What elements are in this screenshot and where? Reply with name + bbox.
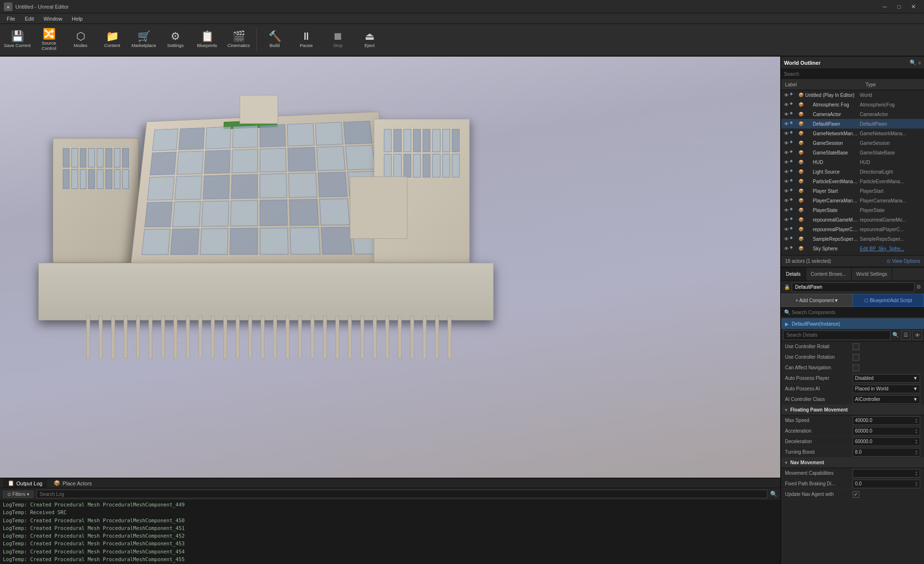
decrement-icon[interactable]: ▼ xyxy=(915,431,918,434)
floating-pawn-movement-section[interactable]: ▼ Floating Pawn Movement xyxy=(781,405,924,415)
visibility-icon[interactable]: 👁 xyxy=(783,101,790,108)
menu-item-edit[interactable]: Edit xyxy=(20,15,39,23)
details-tab-content-brows...[interactable]: Content Brows... xyxy=(806,268,852,281)
outliner-row[interactable]: 👁 ◆ 📦 Player Start PlayerStart xyxy=(781,186,924,196)
source-control-button[interactable]: 🔀Source Control xyxy=(34,25,64,55)
actor-name-field[interactable] xyxy=(792,282,914,292)
property-row: Use Controller Rotation xyxy=(781,352,924,363)
outliner-row[interactable]: 👁 ◆ 📦 CameraActor CameraActor xyxy=(781,109,924,119)
filters-button[interactable]: ⊙ Filters ▾ xyxy=(3,491,34,498)
details-tab-world-settings[interactable]: World Settings xyxy=(852,268,893,281)
tab-place-actors[interactable]: 📦 Place Actors xyxy=(49,479,96,488)
menu-item-window[interactable]: Window xyxy=(39,15,67,23)
number-field[interactable]: 60000.0 ▲ ▼ xyxy=(853,427,920,435)
outliner-row[interactable]: 👁 ◆ 📦 DefaultPawn DefaultPawn xyxy=(781,119,924,129)
prop-checkbox[interactable] xyxy=(853,354,859,361)
eject-button[interactable]: ⏏Eject xyxy=(354,25,385,55)
prop-checkbox[interactable] xyxy=(853,364,859,371)
visibility-icon[interactable]: 👁 xyxy=(783,245,790,252)
actor-type: PlayerCameraMana... xyxy=(860,198,922,203)
details-eye-button[interactable]: 👁 xyxy=(912,330,922,340)
blueprint-add-script-button[interactable]: ⬡ Blueprint/Add Script xyxy=(853,294,924,307)
component-instance-item[interactable]: ▶ DefaultPawn(Instance) xyxy=(781,318,924,329)
visibility-icon[interactable]: 👁 xyxy=(783,111,790,118)
outliner-row[interactable]: 👁 ◆ 📦 Sky Sphere Edit BP_Sky_Sphe... xyxy=(781,244,924,253)
number-field[interactable]: 60000.0 ▲ ▼ xyxy=(853,437,920,446)
visibility-icon[interactable]: 👁 xyxy=(783,168,790,175)
pause-button[interactable]: ⏸Pause xyxy=(291,25,322,55)
visibility-icon[interactable]: 👁 xyxy=(783,188,790,194)
outliner-row[interactable]: 👁 ◆ 📦 PlayerCameraManager PlayerCameraMa… xyxy=(781,196,924,205)
prop-checkbox[interactable]: ✓ xyxy=(853,491,859,498)
visibility-icon[interactable]: 👁 xyxy=(783,197,790,204)
outliner-row[interactable]: 👁 ◆ 📦 PlayerState PlayerState xyxy=(781,205,924,215)
prop-dropdown[interactable]: Disabled▼ xyxy=(853,374,920,383)
number-field[interactable]: ▲▼ xyxy=(853,469,920,478)
tab-output-log[interactable]: 📋 Output Log xyxy=(3,479,47,488)
outliner-settings-icon[interactable]: ≡ xyxy=(918,60,921,66)
add-component-button[interactable]: + Add Component▼ xyxy=(781,294,853,307)
actor-type: DefaultPawn xyxy=(860,121,922,127)
prop-dropdown[interactable]: AIController▼ xyxy=(853,395,920,404)
outliner-row[interactable]: 👁 ◆ 📦 ParticleEventManager ParticleEvent… xyxy=(781,176,924,186)
outliner-row[interactable]: 👁 ◆ 📦 GameSession GameSession xyxy=(781,138,924,148)
minimize-button[interactable]: ─ xyxy=(878,1,891,12)
save-current-button[interactable]: 💾Save Current xyxy=(2,25,33,55)
visibility-icon[interactable]: 👁 xyxy=(783,130,790,137)
cinematics-button[interactable]: 🎬Cinematics xyxy=(223,25,254,55)
outliner-row[interactable]: 👁 ◆ 📦 HUD HUD xyxy=(781,157,924,167)
log-search-input[interactable] xyxy=(36,490,767,498)
view-options-outliner-button[interactable]: ⊙ View Options xyxy=(887,258,920,264)
content-icon: 📁 xyxy=(106,31,119,42)
prop-dropdown[interactable]: Placed in World▼ xyxy=(853,385,920,393)
content-button[interactable]: 📁Content xyxy=(97,25,127,55)
actor-label: Light Source xyxy=(813,169,860,175)
number-field[interactable]: 40000.0 ▲ ▼ xyxy=(853,416,920,425)
visibility-icon[interactable]: 👁 xyxy=(783,159,790,165)
close-button[interactable]: ✕ xyxy=(907,1,920,12)
viewport[interactable] xyxy=(0,57,780,478)
visibility-icon[interactable]: 👁 xyxy=(783,120,790,127)
outliner-row[interactable]: 👁 ◆ 📦 SampleRepoSupermeshActor SampleRep… xyxy=(781,234,924,244)
details-tab-details[interactable]: Details xyxy=(781,268,806,281)
visibility-icon[interactable]: 👁 xyxy=(783,235,790,242)
col-label-label[interactable]: Label xyxy=(781,82,862,87)
outliner-search-input[interactable] xyxy=(781,69,924,80)
menu-item-file[interactable]: File xyxy=(2,15,20,23)
visibility-icon[interactable]: 👁 xyxy=(783,140,790,146)
blueprints-button[interactable]: 📋Blueprints xyxy=(192,25,222,55)
actor-type[interactable]: Edit BP_Sky_Sphe... xyxy=(860,246,922,251)
number-field[interactable]: 8.0 ▲ ▼ xyxy=(853,448,920,457)
decrement-icon[interactable]: ▼ xyxy=(915,452,918,455)
visibility-icon[interactable]: 👁 xyxy=(783,92,790,98)
outliner-row[interactable]: 👁 ◆ 📦 GameNetworkManager GameNetworkMana… xyxy=(781,129,924,138)
modes-button[interactable]: ⬡Modes xyxy=(65,25,96,55)
comp-instance-icon: ▶ xyxy=(785,321,789,327)
visibility-icon[interactable]: 👁 xyxy=(783,226,790,233)
outliner-row[interactable]: 👁 ◆ 📦 Light Source DirectionalLight xyxy=(781,167,924,176)
menu-item-help[interactable]: Help xyxy=(67,15,88,23)
build-button[interactable]: 🔨Build xyxy=(259,25,290,55)
component-search-input[interactable] xyxy=(781,307,924,318)
settings-button[interactable]: ⚙Settings xyxy=(160,25,191,55)
visibility-icon[interactable]: 👁 xyxy=(783,149,790,156)
details-search-input[interactable] xyxy=(783,330,890,340)
outliner-row[interactable]: 👁 ◆ 📦 repounrealPlayerController repounr… xyxy=(781,224,924,234)
outliner-row[interactable]: 👁 ◆ 📦 Atmospheric Fog AtmosphericFog xyxy=(781,100,924,109)
blueprint-icon: ◆ xyxy=(790,188,797,194)
outliner-row[interactable]: 👁 ◆ 📦 Untitled (Play In Editor) World xyxy=(781,90,924,100)
marketplace-button[interactable]: 🛒Marketplace xyxy=(128,25,159,55)
number-field[interactable]: 0.0▲▼ xyxy=(853,480,920,488)
maximize-button[interactable]: □ xyxy=(892,1,906,12)
visibility-icon[interactable]: 👁 xyxy=(783,216,790,223)
visibility-icon[interactable]: 👁 xyxy=(783,207,790,213)
outliner-row[interactable]: 👁 ◆ 📦 repounrealGameModeBase repounrealG… xyxy=(781,215,924,224)
details-view-button[interactable]: ☰ xyxy=(901,330,911,340)
outliner-row[interactable]: 👁 ◆ 📦 GameStateBase GameStateBase xyxy=(781,148,924,157)
stop-button[interactable]: ⏹Stop xyxy=(323,25,353,55)
prop-checkbox[interactable] xyxy=(853,343,859,350)
nav-movement-section[interactable]: ▼ Nav Movement xyxy=(781,458,924,468)
visibility-icon[interactable]: 👁 xyxy=(783,178,790,185)
decrement-icon[interactable]: ▼ xyxy=(915,421,918,423)
decrement-icon[interactable]: ▼ xyxy=(915,442,918,445)
